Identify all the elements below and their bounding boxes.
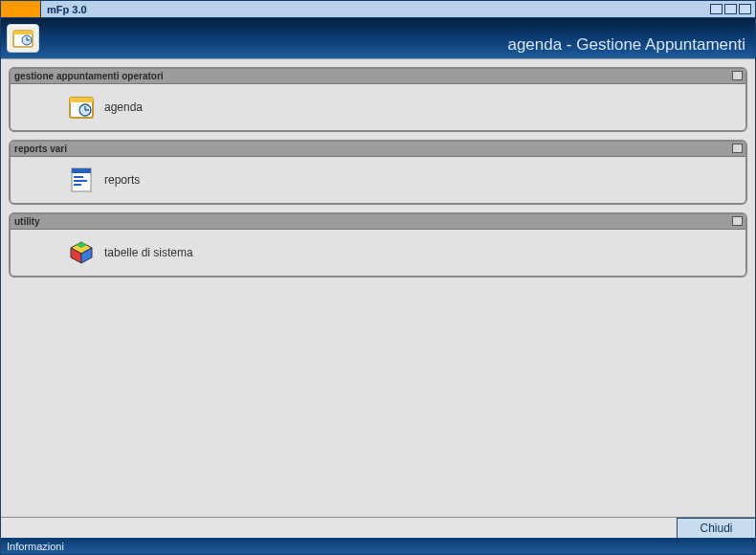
menu-item-tabelle[interactable]: tabelle di sistema: [68, 239, 193, 266]
group-header: reports vari: [11, 142, 745, 157]
svg-rect-13: [74, 180, 87, 182]
status-bar: Informazioni: [1, 538, 755, 554]
svg-rect-1: [13, 31, 33, 34]
group-header: gestione appuntamenti operatori: [11, 69, 745, 84]
calendar-clock-icon: [68, 94, 95, 121]
system-cube-icon: [68, 239, 95, 266]
title-bar: mFp 3.0: [1, 1, 755, 18]
group-body: agenda: [11, 84, 745, 130]
group-body: tabelle di sistema: [11, 230, 745, 276]
menu-item-label: reports: [104, 173, 140, 187]
banner-subtitle: agenda - Gestione Appuntamenti: [507, 35, 745, 55]
svg-rect-6: [70, 98, 93, 102]
svg-rect-11: [72, 168, 91, 173]
menu-item-reports[interactable]: reports: [68, 166, 140, 193]
content-area: gestione appuntamenti operatori age: [1, 58, 755, 517]
group-title: reports vari: [14, 144, 67, 154]
group-body: reports: [11, 157, 745, 203]
collapse-toggle[interactable]: [732, 144, 743, 153]
footer-button-bar: Chiudi: [1, 517, 755, 538]
window-controls: [710, 4, 755, 14]
group-reports: reports vari reports: [9, 140, 747, 205]
footer: Chiudi Informazioni: [1, 517, 755, 554]
menu-item-agenda[interactable]: agenda: [68, 94, 143, 121]
collapse-toggle[interactable]: [732, 71, 743, 80]
banner-icon: [7, 24, 39, 53]
status-text: Informazioni: [7, 541, 64, 552]
close-window-button[interactable]: [739, 4, 751, 14]
group-gestione-appuntamenti: gestione appuntamenti operatori age: [9, 67, 747, 132]
report-doc-icon: [68, 166, 95, 193]
menu-item-label: agenda: [104, 100, 143, 114]
maximize-button[interactable]: [724, 4, 737, 14]
app-window: mFp 3.0 agenda - Gestione Appuntamenti g…: [0, 0, 756, 555]
svg-rect-14: [74, 184, 81, 186]
title-accent: [1, 1, 41, 17]
menu-item-label: tabelle di sistema: [104, 246, 193, 259]
close-button[interactable]: Chiudi: [677, 518, 755, 538]
svg-rect-12: [74, 176, 83, 178]
header-banner: agenda - Gestione Appuntamenti: [1, 18, 755, 58]
minimize-button[interactable]: [710, 4, 723, 14]
calendar-clock-icon: [11, 27, 34, 50]
group-header: utility: [11, 214, 745, 230]
group-title: gestione appuntamenti operatori: [14, 71, 164, 81]
group-title: utility: [14, 216, 40, 227]
app-title: mFp 3.0: [41, 4, 710, 15]
group-utility: utility tabelle di sistema: [9, 212, 747, 278]
collapse-toggle[interactable]: [732, 216, 743, 226]
